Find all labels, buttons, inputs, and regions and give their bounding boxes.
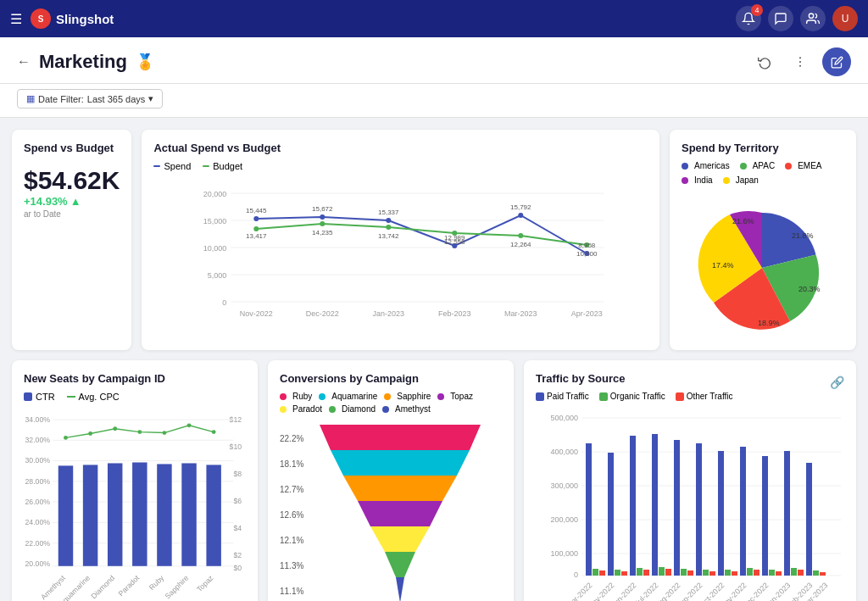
svg-rect-125 xyxy=(718,451,724,576)
other-traffic-label: Other Traffic xyxy=(687,392,733,401)
funnel-wrapper: 22.2% 18.1% 12.7% 12.6% 12.1% 11.3% 11.1… xyxy=(280,420,502,601)
link-icon[interactable]: 🔗 xyxy=(830,376,844,389)
edit-button[interactable] xyxy=(822,47,851,76)
nav-icons: 4 U xyxy=(736,6,858,31)
svg-text:20.00%: 20.00% xyxy=(25,559,50,568)
amethyst-legend-label: Amethyst xyxy=(395,404,431,414)
legend-paid-traffic: Paid Traffic xyxy=(536,392,589,401)
app-name: Slingshot xyxy=(56,12,114,26)
svg-text:22.00%: 22.00% xyxy=(25,539,50,548)
svg-point-2 xyxy=(809,14,813,18)
messages-btn[interactable] xyxy=(768,6,793,31)
bar-aquamarine xyxy=(83,465,97,565)
svg-rect-108 xyxy=(593,569,598,576)
legend-spend: Spend xyxy=(153,161,191,171)
svg-point-5 xyxy=(799,65,801,67)
date-filter-button[interactable]: ▦ Date Filter: Last 365 days ▾ xyxy=(17,89,163,109)
seats-legend: CTR Avg. CPC xyxy=(24,392,246,402)
actual-spend-card: Actual Spend vs Budget Spend Budget xyxy=(142,130,659,350)
svg-rect-112 xyxy=(621,571,627,576)
svg-rect-129 xyxy=(747,568,753,576)
svg-text:$4: $4 xyxy=(233,524,242,532)
svg-text:400,000: 400,000 xyxy=(550,448,578,456)
seats-card: New Seats by Campaign ID CTR Avg. CPC 34… xyxy=(12,360,258,601)
svg-point-79 xyxy=(187,423,192,427)
header-left: ← Marketing 🏅 xyxy=(17,51,154,73)
back-button[interactable]: ← xyxy=(17,54,31,70)
top-row: Spend vs Budget $54.62K +14.93% ▲ ar to … xyxy=(12,130,856,350)
svg-rect-136 xyxy=(798,570,804,576)
svg-rect-123 xyxy=(703,570,709,576)
svg-text:Jun-2022: Jun-2022 xyxy=(609,581,638,601)
spend-change-value: +14.93% xyxy=(24,195,68,208)
actual-spend-legend: Spend Budget xyxy=(153,161,648,171)
svg-text:34.00%: 34.00% xyxy=(25,415,50,424)
svg-rect-118 xyxy=(665,569,671,576)
territory-pie-chart: 21.8% 20.3% 18.9% 17.4% 21.6% xyxy=(682,192,843,336)
svg-text:Diamond: Diamond xyxy=(89,574,116,601)
pct-22: 22.2% xyxy=(280,426,315,451)
svg-point-77 xyxy=(137,430,142,434)
svg-text:Ruby: Ruby xyxy=(147,573,166,592)
svg-text:15,672: 15,672 xyxy=(312,205,333,213)
svg-marker-90 xyxy=(343,476,457,501)
title-badge-icon: 🏅 xyxy=(136,53,154,71)
cpc-legend-line xyxy=(67,396,75,398)
page-title: Marketing xyxy=(39,51,127,73)
svg-point-75 xyxy=(88,431,92,436)
page-header: ← Marketing 🏅 xyxy=(0,37,868,84)
traffic-legend: Paid Traffic Organic Traffic Other Traff… xyxy=(536,392,844,401)
svg-text:20,000: 20,000 xyxy=(203,190,227,198)
dashboard: Spend vs Budget $54.62K +14.93% ▲ ar to … xyxy=(0,118,868,601)
ctr-label: CTR xyxy=(36,392,55,402)
svg-text:15,000: 15,000 xyxy=(203,217,227,225)
actual-spend-chart: 20,000 15,000 10,000 5,000 0 xyxy=(153,176,648,329)
paid-traffic-label: Paid Traffic xyxy=(547,392,589,401)
pct-12-1: 12.1% xyxy=(280,527,315,553)
svg-point-80 xyxy=(212,430,216,434)
svg-rect-134 xyxy=(784,451,790,576)
svg-text:Jan-2023: Jan-2023 xyxy=(764,581,793,601)
bar-amethyst xyxy=(58,465,73,565)
conversions-legend: Ruby Aquamarine Sapphire Topaz Paradot xyxy=(280,392,502,414)
user-avatar[interactable]: U xyxy=(832,6,858,31)
date-filter-label: Date Filter: xyxy=(38,94,84,104)
legend-sapphire: Sapphire xyxy=(384,392,431,401)
app-logo: S Slingshot xyxy=(31,8,114,29)
funnel-chart xyxy=(315,420,485,601)
americas-label: Americas xyxy=(694,161,730,170)
svg-text:Apr-2022: Apr-2022 xyxy=(565,581,593,601)
menu-icon[interactable]: ☰ xyxy=(10,11,22,27)
topaz-dot xyxy=(437,393,444,400)
spend-legend-label: Spend xyxy=(164,161,191,171)
amethyst-dot xyxy=(382,406,389,413)
svg-rect-117 xyxy=(659,567,665,576)
india-label: India xyxy=(694,175,713,185)
svg-point-78 xyxy=(163,431,167,435)
actual-spend-title: Actual Spend vs Budget xyxy=(153,142,648,154)
notifications-btn[interactable]: 4 xyxy=(736,6,761,31)
legend-cpc: Avg. CPC xyxy=(67,392,120,402)
bottom-row: New Seats by Campaign ID CTR Avg. CPC 34… xyxy=(12,360,856,601)
refresh-button[interactable] xyxy=(751,48,778,75)
other-traffic-box xyxy=(676,392,684,401)
japan-label: Japan xyxy=(736,175,759,185)
ruby-legend-label: Ruby xyxy=(292,392,312,401)
svg-rect-126 xyxy=(725,570,731,576)
pct-12-6: 12.6% xyxy=(280,502,315,527)
svg-text:15,792: 15,792 xyxy=(510,203,531,211)
svg-text:300,000: 300,000 xyxy=(550,481,578,490)
spend-change-label: ar to Date xyxy=(24,209,120,219)
more-options-button[interactable] xyxy=(787,48,814,75)
up-arrow-icon: ▲ xyxy=(70,195,81,208)
spend-vs-budget-card: Spend vs Budget $54.62K +14.93% ▲ ar to … xyxy=(12,130,131,350)
svg-text:13,742: 13,742 xyxy=(378,232,399,240)
aquamarine-legend-label: Aquamarine xyxy=(331,392,377,401)
svg-text:Nov-2022: Nov-2022 xyxy=(240,309,273,318)
users-btn[interactable] xyxy=(800,6,826,31)
svg-text:Topaz: Topaz xyxy=(195,573,215,593)
svg-text:100,000: 100,000 xyxy=(550,549,578,558)
svg-text:Jul-2022: Jul-2022 xyxy=(633,581,659,601)
svg-text:8,958: 8,958 xyxy=(579,242,597,249)
svg-point-24 xyxy=(387,225,392,230)
